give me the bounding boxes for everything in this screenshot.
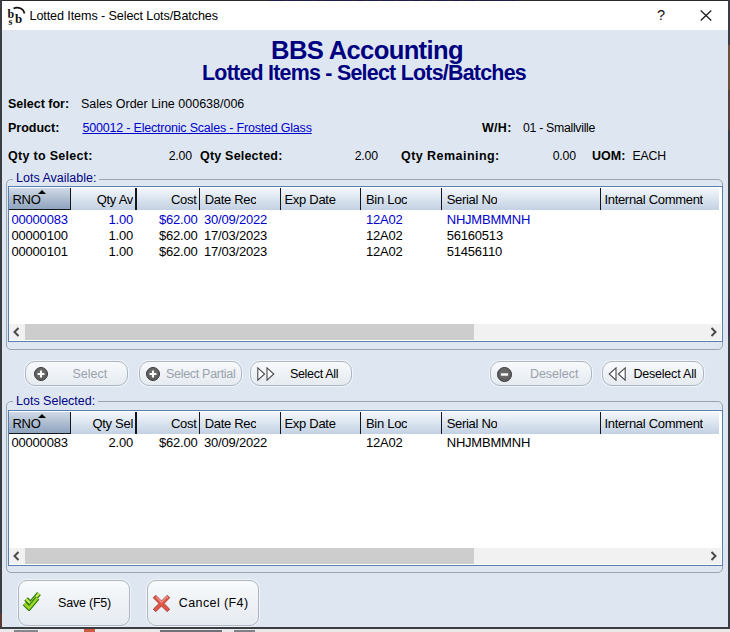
svg-text:s: s (9, 16, 13, 26)
svg-text:b: b (15, 11, 22, 26)
